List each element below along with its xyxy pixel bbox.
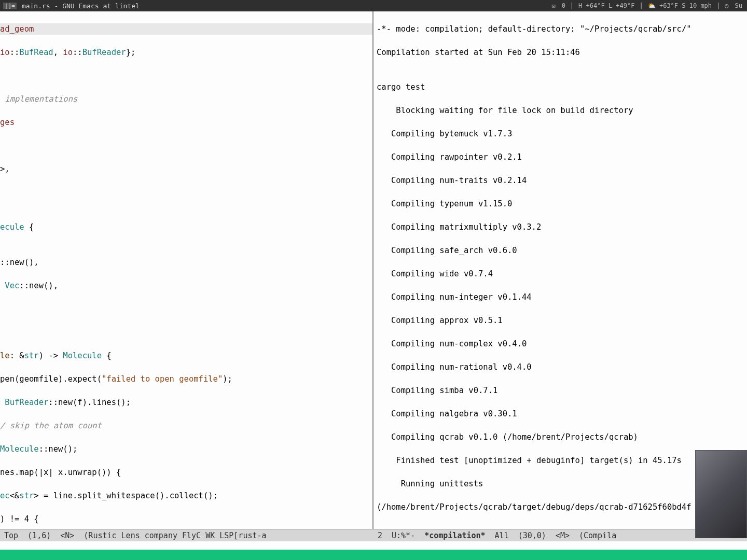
comp-line: Compiling nalgebra v0.30.1 xyxy=(377,408,747,420)
temperature: H +64°F L +49°F xyxy=(577,2,636,9)
ml-coords: (30,0) xyxy=(518,531,546,540)
comp-line: Compiling num-rational v0.4.0 xyxy=(377,361,747,373)
mail-icon: ✉ xyxy=(550,2,557,9)
ml-major-mode: (Compila xyxy=(579,531,616,540)
editor-split: ad_geom io::BufRead, io::BufReader}; imp… xyxy=(0,11,747,529)
code-line-highlighted: ad_geom xyxy=(0,23,372,35)
code-line: Vec::new(), xyxy=(0,280,372,292)
comp-line: Compiling approx v0.5.1 xyxy=(377,315,747,327)
comp-line: Finished test [unoptimized + debuginfo] … xyxy=(377,455,747,467)
code-line: ) != 4 { xyxy=(0,513,372,525)
code-line: / skip the atom count xyxy=(0,420,372,432)
comp-line: Compiling num-traits v0.2.14 xyxy=(377,175,747,187)
title-bar: []= main.rs - GNU Emacs at lintel ✉ 0 | … xyxy=(0,0,747,11)
comp-line: Compiling simba v0.7.1 xyxy=(377,385,747,397)
ml-encoding: U:%*- xyxy=(392,531,415,540)
webcam-overlay xyxy=(695,450,747,538)
compilation-pane[interactable]: -*- mode: compilation; default-directory… xyxy=(374,11,747,529)
comp-line: Blocking waiting for file lock on build … xyxy=(377,105,747,117)
source-pane[interactable]: ad_geom io::BufRead, io::BufReader}; imp… xyxy=(0,11,374,529)
code-line: ec<&str> = line.split_whitespace().colle… xyxy=(0,490,372,502)
separator: | xyxy=(639,2,643,9)
ml-evil-state: <M> xyxy=(556,531,570,540)
weather: ⛅ +63°F S 10 mph xyxy=(646,2,713,9)
minibuffer[interactable] xyxy=(0,541,747,550)
code-line: ges xyxy=(0,117,372,129)
code-line: implementations xyxy=(0,93,372,105)
comp-line: Compiling typenum v1.15.0 xyxy=(377,198,747,210)
comp-line: Compiling qcrab v0.1.0 (/home/brent/Proj… xyxy=(377,431,747,443)
modeline-right[interactable]: 2 U:%*- *compilation* All (30,0) <M> (Co… xyxy=(374,529,747,541)
ml-evil-state: <N> xyxy=(60,531,74,540)
ml-coords: (1,6) xyxy=(27,531,51,540)
comp-line: Compiling safe_arch v0.6.0 xyxy=(377,245,747,257)
code-line: Molecule::new(); xyxy=(0,443,372,455)
comp-line: -*- mode: compilation; default-directory… xyxy=(377,23,747,35)
comp-line: Compiling num-integer v0.1.44 xyxy=(377,291,747,303)
code-line: BufReader::new(f).lines(); xyxy=(0,397,372,409)
code-line: ::new(), xyxy=(0,257,372,269)
code-line: le: &str) -> Molecule { xyxy=(0,350,372,362)
menu-icon[interactable]: []= xyxy=(3,3,17,9)
modeline: Top (1,6) <N> (Rustic Lens company FlyC … xyxy=(0,529,747,541)
comp-line: Running unittests xyxy=(377,478,747,490)
comp-line: (/home/brent/Projects/qcrab/target/debug… xyxy=(377,501,747,513)
clock: Su xyxy=(734,2,744,9)
ml-major-mode: (Rustic Lens company FlyC WK LSP[rust-a xyxy=(84,531,266,540)
code-line: pen(geomfile).expect("failed to open geo… xyxy=(0,373,372,385)
modeline-left[interactable]: Top (1,6) <N> (Rustic Lens company FlyC … xyxy=(0,529,374,541)
code-line: io::BufRead, io::BufReader}; xyxy=(0,47,372,59)
clock-icon: ◷ xyxy=(723,2,730,9)
statusbar-right: ✉ 0 | H +64°F L +49°F | ⛅ +63°F S 10 mph… xyxy=(550,2,744,9)
ml-buffer-name: *compilation* xyxy=(424,531,485,540)
comp-line: cargo test xyxy=(377,81,747,93)
mail-count: 0 xyxy=(560,2,567,9)
comp-line: Compiling num-complex v0.4.0 xyxy=(377,338,747,350)
ml-position: All xyxy=(495,531,509,540)
separator: | xyxy=(716,2,720,9)
ml-position: Top xyxy=(4,531,18,540)
comp-line: Compiling wide v0.7.4 xyxy=(377,268,747,280)
separator: | xyxy=(570,2,574,9)
comp-line: Compilation started at Sun Feb 20 15:11:… xyxy=(377,47,747,59)
code-line: nes.map(|x| x.unwrap()) { xyxy=(0,467,372,479)
code-line: ecule { xyxy=(0,221,372,233)
comp-line: Compiling rawpointer v0.2.1 xyxy=(377,151,747,163)
comp-line: Compiling matrixmultiply v0.3.2 xyxy=(377,221,747,233)
comp-line: Compiling bytemuck v1.7.3 xyxy=(377,128,747,140)
window-title: main.rs - GNU Emacs at lintel xyxy=(22,2,140,10)
ml-a: 2 xyxy=(378,531,382,540)
code-line: >, xyxy=(0,163,372,175)
bottom-strip xyxy=(0,550,747,560)
